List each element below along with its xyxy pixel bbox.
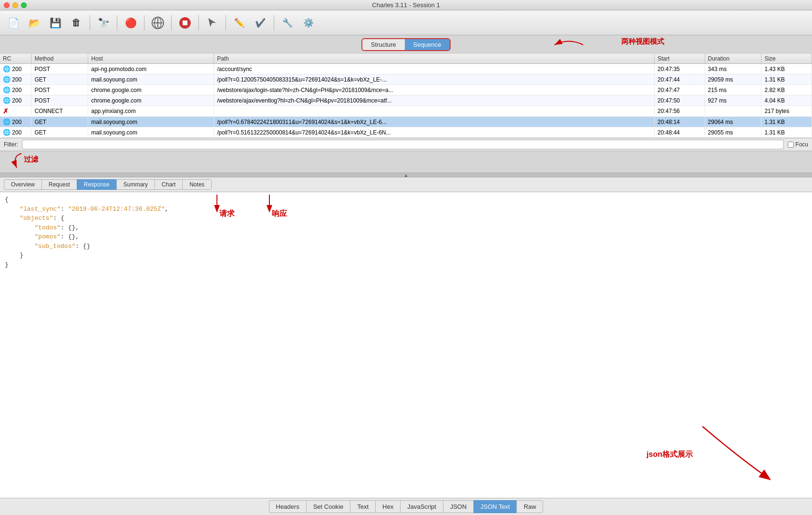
structure-view-button[interactable]: Structure: [362, 39, 405, 50]
json-close-objects: }: [20, 252, 23, 259]
status-icon-fail: ✗: [3, 107, 9, 115]
table-row[interactable]: 🌐 200POSTchrome.google.com/webstore/ajax…: [0, 85, 812, 95]
cell-host-2: chrome.google.com: [88, 85, 214, 95]
annotation-two-modes: 两种视图模式: [621, 37, 664, 46]
checkmark-button[interactable]: ✔️: [251, 13, 270, 32]
rc-value: 200: [12, 97, 21, 104]
titlebar: Charles 3.11 - Session 1: [0, 0, 812, 10]
response-json-content: { "last_sync": "2019-06-24T12:47:36.025Z…: [5, 195, 807, 269]
cell-duration-4: [705, 106, 761, 117]
json-comma-1: ,: [165, 206, 169, 213]
table-row[interactable]: 🌐 200GETmail.soyoung.com/poll?r=0.120057…: [0, 74, 812, 85]
cell-size-1: 1.31 KB: [761, 74, 812, 85]
json-val-sub-todos: {}: [83, 243, 91, 250]
binoculars-button[interactable]: 🔭: [94, 13, 113, 32]
cell-rc-6: 🌐 200: [0, 127, 31, 138]
response-panel: { "last_sync": "2019-06-24T12:47:36.025Z…: [0, 192, 812, 498]
cell-rc-1: 🌐 200: [0, 74, 31, 85]
status-icon-ok: 🌐: [3, 118, 10, 125]
bottom-tab-json-text[interactable]: JSON Text: [473, 500, 517, 513]
annotation-filter-text: 过滤: [24, 155, 38, 164]
status-icon-ok: 🌐: [3, 97, 10, 104]
window-controls: [4, 2, 27, 8]
toolbar-separator-2: [117, 15, 117, 31]
bottom-tab-set-cookie[interactable]: Set Cookie: [306, 500, 350, 513]
panel-divider[interactable]: ▲: [0, 173, 812, 177]
cell-method-1: GET: [31, 74, 88, 85]
json-val-pomos: {},: [68, 233, 79, 240]
proxy-tools-button[interactable]: [148, 13, 167, 32]
requests-table-container: RC Method Host Path Start Duration Size …: [0, 54, 812, 138]
table-row[interactable]: 🌐 200GETmail.soyoung.com/poll?r=0.516132…: [0, 127, 812, 138]
cell-method-2: POST: [31, 85, 88, 95]
cell-path-0: /account/sync: [214, 64, 655, 74]
cell-size-4: 217 bytes: [761, 106, 812, 117]
tab-chart[interactable]: Chart: [154, 179, 182, 190]
pencil-button[interactable]: ✏️: [230, 13, 249, 32]
table-row[interactable]: 🌐 200POSTchrome.google.com/webstore/ajax…: [0, 95, 812, 106]
cell-size-0: 1.43 KB: [761, 64, 812, 74]
bottom-tab-javascript[interactable]: JavaScript: [400, 500, 443, 513]
bottom-tab-headers[interactable]: Headers: [269, 500, 306, 513]
header-path[interactable]: Path: [214, 54, 655, 64]
settings-button[interactable]: ⚙️: [299, 13, 318, 32]
header-duration[interactable]: Duration: [705, 54, 761, 64]
stop-recording-button[interactable]: [175, 13, 195, 32]
focus-checkbox[interactable]: [788, 142, 794, 148]
cell-rc-2: 🌐 200: [0, 85, 31, 95]
cell-duration-3: 927 ms: [705, 95, 761, 106]
minimize-button[interactable]: [12, 2, 18, 8]
cell-start-4: 20:47:56: [655, 106, 705, 117]
cell-rc-5: 🌐 200: [0, 117, 31, 127]
rc-value: 200: [12, 76, 21, 83]
header-start[interactable]: Start: [655, 54, 705, 64]
rc-value: 200: [12, 66, 21, 72]
cell-path-4: [214, 106, 655, 117]
cell-duration-5: 29064 ms: [705, 117, 761, 127]
json-close-brace: }: [5, 261, 9, 268]
cell-size-2: 2.82 KB: [761, 85, 812, 95]
rc-value: 200: [12, 119, 21, 125]
bottom-tab-raw[interactable]: Raw: [516, 500, 543, 513]
bottom-tab-hex[interactable]: Hex: [375, 500, 400, 513]
json-val-last-sync: "2019-06-24T12:47:36.025Z": [68, 206, 165, 213]
sequence-view-button[interactable]: Sequence: [405, 39, 450, 50]
table-row[interactable]: 🌐 200GETmail.soyoung.com/poll?r=0.678402…: [0, 117, 812, 127]
new-session-button[interactable]: 📄: [4, 13, 23, 32]
tab-overview[interactable]: Overview: [4, 179, 41, 190]
header-host[interactable]: Host: [88, 54, 214, 64]
bottom-tab-json[interactable]: JSON: [443, 500, 473, 513]
header-method[interactable]: Method: [31, 54, 88, 64]
cell-rc-3: 🌐 200: [0, 95, 31, 106]
json-key-last-sync: "last_sync": [20, 206, 61, 213]
table-row[interactable]: 🌐 200POSTapi-ng.pomotodo.com/account/syn…: [0, 64, 812, 74]
tab-response[interactable]: Response: [77, 179, 116, 190]
cell-path-6: /poll?r=0.5161322250000814&u=726914024&s…: [214, 127, 655, 138]
json-colon-1: :: [61, 206, 68, 213]
toolbar: 📄 📂 💾 🗑 🔭 🔴 ✏️ ✔️ 🔧 ⚙️: [0, 10, 812, 35]
main-content: Structure Sequence 两种视图模式 RC Method Host…: [0, 35, 812, 515]
filter-input[interactable]: [22, 140, 784, 149]
save-file-button[interactable]: 💾: [46, 13, 65, 32]
panel-divider-arrow: ▲: [404, 173, 409, 178]
close-button[interactable]: [4, 2, 10, 8]
header-rc[interactable]: RC: [0, 54, 31, 64]
open-file-button[interactable]: 📂: [25, 13, 44, 32]
cell-duration-0: 343 ms: [705, 64, 761, 74]
cell-start-2: 20:47:47: [655, 85, 705, 95]
json-key-pomos: "pomos": [34, 233, 61, 240]
record-button[interactable]: 🔴: [121, 13, 140, 32]
bottom-tab-text[interactable]: Text: [350, 500, 375, 513]
requests-table: RC Method Host Path Start Duration Size …: [0, 54, 812, 138]
maximize-button[interactable]: [21, 2, 27, 8]
tab-notes[interactable]: Notes: [182, 179, 211, 190]
header-size[interactable]: Size: [761, 54, 812, 64]
trash-button[interactable]: 🗑: [67, 13, 86, 32]
table-header-row: RC Method Host Path Start Duration Size: [0, 54, 812, 64]
tab-request[interactable]: Request: [41, 179, 77, 190]
json-colon-3: :: [61, 224, 68, 231]
table-row[interactable]: ✗CONNECTapp.yinxiang.com20:47:56217 byte…: [0, 106, 812, 117]
arrow-tool-button[interactable]: [203, 13, 222, 32]
tab-summary[interactable]: Summary: [116, 179, 154, 190]
tools-button[interactable]: 🔧: [278, 13, 297, 32]
